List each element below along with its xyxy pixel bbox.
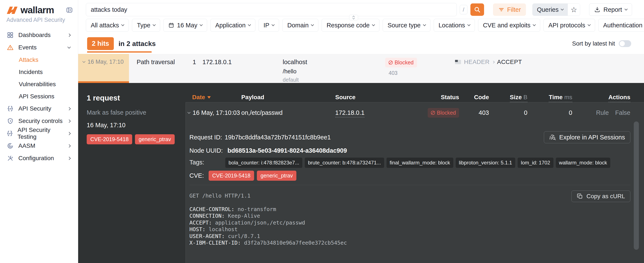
- tag-chip[interactable]: libproton_version: 5.1.1: [456, 158, 516, 168]
- http-header-line: USER-AGENT:curl/8.7.1: [190, 233, 347, 240]
- sidebar-item-label: AASM: [18, 142, 35, 149]
- http-request-block: GET /hello HTTP/1.1 CACHE-CONTROL:no-tra…: [190, 192, 347, 246]
- copy-icon: [577, 193, 583, 199]
- filter-chip-all-attacks[interactable]: All attacks: [86, 19, 129, 32]
- filter-button-label: Filter: [507, 6, 521, 13]
- filter-chip-date[interactable]: 16 May: [163, 19, 207, 32]
- http-header-line: HOST:localhost: [190, 226, 347, 233]
- rule-action-link[interactable]: Rule: [596, 109, 609, 116]
- filter-chip-locations[interactable]: Locations: [434, 19, 475, 32]
- filter-chip-type[interactable]: Type: [132, 19, 160, 32]
- explore-api-sessions-button[interactable]: Explore in API Sessions: [544, 131, 630, 143]
- queries-button[interactable]: Queries: [532, 4, 568, 16]
- panel-scrollbar-thumb[interactable]: [634, 121, 639, 250]
- filter-chip-label: CVE and exploits: [483, 22, 530, 29]
- sidebar-item-aasm[interactable]: AASM: [0, 140, 78, 152]
- sidebar-item-security-controls[interactable]: Security controls: [0, 115, 78, 127]
- tag-chip[interactable]: final_wallarm_mode: block: [386, 158, 453, 168]
- attack-source-ip: 172.18.0.1: [202, 59, 232, 66]
- chevron-down-icon: [468, 23, 470, 26]
- sidebar-item-api-security[interactable]: API Security: [0, 102, 78, 115]
- node-uuid-value: bd68513a-5e03-4991-8024-a36408dac909: [228, 147, 347, 154]
- attack-summary: 1 request Mark as false positive 16 May,…: [87, 94, 181, 144]
- tag-chip[interactable]: lom_id: 1702: [518, 158, 553, 168]
- cve-tag[interactable]: generic_ptrav: [135, 134, 174, 144]
- sidebar-item-vulnerabilities[interactable]: Vulnerabilities: [0, 78, 78, 90]
- filter-button[interactable]: Filter: [493, 4, 526, 16]
- chevron-down-icon: [82, 60, 86, 63]
- sidebar-item-configuration[interactable]: Configuration: [0, 152, 78, 164]
- chevron-down-icon: [561, 8, 564, 11]
- sidebar-item-label: Events: [18, 44, 37, 51]
- attack-application: default: [283, 77, 307, 83]
- request-size: 0: [489, 109, 528, 116]
- http-header-line: ACCEPT:application/json,/etc/passwd: [190, 219, 347, 226]
- attack-date: 16 May, 17:10: [88, 59, 124, 81]
- brand: wallarm Advanced API Security: [0, 0, 78, 23]
- request-id-row: Request ID: 19b7bc8ddfa43a72b7b74151fc8b…: [190, 131, 630, 143]
- filter-chip-label: Application: [215, 22, 246, 29]
- filter-chip-ip[interactable]: IP: [258, 19, 279, 32]
- sidebar-item-attacks[interactable]: Attacks: [0, 54, 78, 66]
- attack-row[interactable]: 16 May, 17:10 Path traversal 1 172.18.0.…: [78, 54, 644, 83]
- cve-tag[interactable]: CVE-2019-5418: [87, 134, 132, 144]
- filter-chip-authentication[interactable]: Authentication: [598, 19, 644, 32]
- node-uuid-row: Node UUID: bd68513a-5e03-4991-8024-a3640…: [190, 147, 347, 154]
- cve-tag[interactable]: CVE-2019-5418: [208, 171, 254, 181]
- sidebar-item-api-security-testing[interactable]: API Security Testing: [0, 127, 78, 140]
- filter-chip-response-code[interactable]: Response code: [322, 19, 380, 32]
- tag-chip[interactable]: bola_counter: i:478:f82823e7...: [225, 158, 302, 168]
- sidebar-item-incidents[interactable]: Incidents: [0, 66, 78, 78]
- slash-shortcut-hint: /: [460, 5, 468, 14]
- column-header-date[interactable]: Date: [188, 94, 241, 101]
- sidebar-item-label: Dashboards: [18, 32, 50, 39]
- request-source-ip[interactable]: 172.18.0.1: [335, 109, 364, 117]
- request-id-label: Request ID:: [190, 134, 222, 141]
- filter-chip-domain[interactable]: Domain: [282, 19, 318, 32]
- request-id-value: 19b7bc8ddfa43a72b7b74151fc8b9ee1: [225, 134, 331, 141]
- status-badge: Blocked: [428, 108, 459, 118]
- copy-as-curl-button[interactable]: Copy as cURL: [572, 190, 630, 202]
- spiral-target-icon: [6, 142, 14, 149]
- false-action-link[interactable]: False: [615, 109, 630, 116]
- tag-chip[interactable]: wallarm_mode: block: [556, 158, 610, 168]
- filter-chip-cve-and-exploits[interactable]: CVE and exploits: [478, 19, 540, 32]
- cve-tag[interactable]: generic_ptrav: [257, 171, 296, 181]
- mark-false-positive-link[interactable]: Mark as false positive: [87, 109, 181, 116]
- request-date: 16 May, 17:10:03: [192, 109, 240, 116]
- report-button[interactable]: Report: [589, 4, 632, 16]
- filter-chip-api-protocols[interactable]: API protocols: [544, 19, 595, 32]
- filter-chip-source-type[interactable]: Source type: [383, 19, 430, 32]
- filter-chip-label: Locations: [438, 22, 465, 29]
- expand-collapse-handle[interactable]: [349, 15, 358, 20]
- filter-chip-application[interactable]: Application: [210, 19, 256, 32]
- tag-chip[interactable]: brute_counter: b:478:a732471...: [305, 158, 384, 168]
- request-row[interactable]: 16 May, 17:10:03 on,/etc/passwd 172.18.0…: [188, 102, 630, 123]
- sidebar-item-events[interactable]: Events: [0, 41, 78, 54]
- filter-chip-label: Authentication: [603, 22, 642, 29]
- report-button-label: Report: [604, 6, 622, 13]
- search-input[interactable]: [91, 6, 452, 13]
- sort-toggle[interactable]: [619, 40, 631, 47]
- sidebar-item-api-sessions[interactable]: API Sessions: [0, 90, 78, 102]
- collapse-sidebar-icon[interactable]: [66, 7, 73, 14]
- chevron-down-icon: [153, 23, 156, 26]
- active-tab-underline: [87, 51, 152, 53]
- chevron-down-icon: [121, 23, 124, 26]
- chevron-down-icon: [372, 23, 375, 26]
- request-detail-panel: 1 request Mark as false positive 16 May,…: [78, 83, 644, 263]
- attack-date-cell[interactable]: 16 May, 17:10: [78, 54, 129, 81]
- hits-count-badge[interactable]: 2 hits: [87, 37, 114, 50]
- favorite-star-button[interactable]: ☆: [568, 4, 580, 16]
- search-icon: [474, 6, 481, 13]
- section-divider: [190, 185, 630, 185]
- search-button[interactable]: [470, 4, 484, 16]
- sidebar-item-dashboards[interactable]: Dashboards: [0, 29, 78, 41]
- tags-label: Tags:: [190, 159, 204, 166]
- hits-summary-row: 2 hits in 2 attacks Sort by latest hit: [78, 33, 644, 54]
- column-header-code: Code: [459, 94, 489, 101]
- search-box[interactable]: [86, 3, 457, 16]
- download-icon: [594, 7, 600, 13]
- requests-table: Date Payload Source Status Code Size B T…: [188, 92, 630, 123]
- column-header-size: Size B: [489, 94, 528, 101]
